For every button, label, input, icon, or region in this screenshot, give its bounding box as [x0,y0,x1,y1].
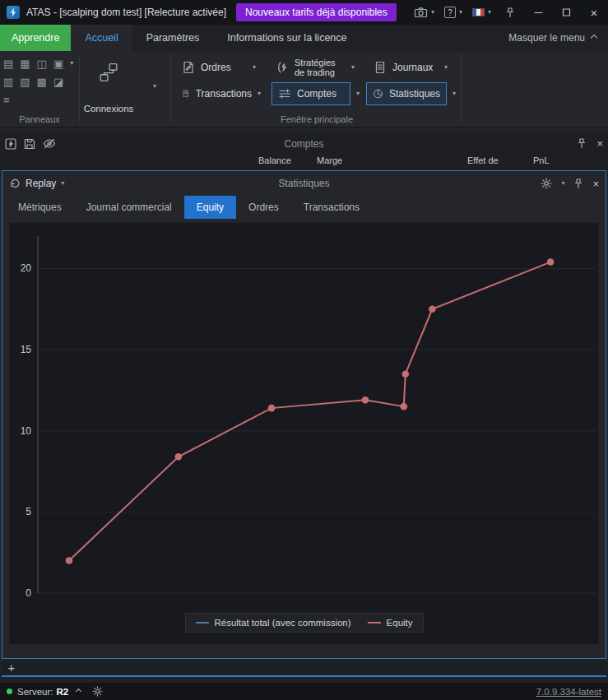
close-icon: × [591,6,598,20]
legend-item-resultat-total[interactable]: Résultat total (avec commission) [195,618,350,628]
help-button[interactable]: ? ▾ [439,0,467,25]
dropdown-arrow-icon: ▾ [153,83,156,90]
gear-icon[interactable] [541,178,552,189]
comptes-dropdown-button[interactable]: ▾ [352,82,364,105]
panel-icon[interactable]: ≡ [3,95,10,105]
legend-line-red [368,622,381,624]
replay-dropdown-button[interactable]: Replay ▾ [9,178,64,189]
ribbon-tab-bar: Apprendre Accueil Paramètres Information… [0,25,608,51]
comptes-panel-title: Comptes [0,138,608,150]
eye-off-icon[interactable] [43,138,56,149]
pin-window-button[interactable] [496,0,524,25]
statistiques-button[interactable]: Statistiques [366,82,447,105]
tab-accueil[interactable]: Accueil [71,25,132,51]
tab-equity[interactable]: Equity [184,196,236,219]
strategies-label-line2: de trading [295,67,336,78]
group-label-panneaux: Panneaux [0,114,79,124]
panel-icon[interactable]: ▩ [37,76,47,87]
dropdown-arrow-icon: ▾ [444,64,448,71]
panel-icon[interactable]: ▧ [20,76,30,87]
ordres-button[interactable]: Ordres ▾ [175,56,262,79]
svg-text:10: 10 [21,425,32,437]
close-icon[interactable]: × [592,178,599,190]
transactions-button[interactable]: Transactions ▾ [175,82,267,105]
panel-icon[interactable]: ◪ [53,76,63,87]
dropdown-arrow-icon: ▾ [453,90,456,97]
pin-icon[interactable] [577,138,587,149]
status-bar: Serveur: R2 7.0.9.334-latest [0,683,608,700]
server-name[interactable]: R2 [56,687,68,697]
separator [461,55,462,123]
save-icon[interactable] [24,138,35,150]
column-header-marge[interactable]: Marge [317,155,342,165]
add-tab-button[interactable]: + [2,659,21,676]
dropdown-arrow-icon: ▾ [488,9,491,16]
minimize-icon [534,7,543,17]
dropdown-arrow-icon: ▾ [459,9,462,16]
tab-ordres[interactable]: Ordres [236,196,291,219]
statistiques-tabs: Métriques Journal commercial Equity Ordr… [2,196,606,219]
accounts-icon [278,87,291,100]
server-chevron-icon[interactable] [76,688,81,694]
pin-icon[interactable] [573,178,583,189]
panel-icon[interactable]: ◫ [37,58,47,69]
hide-menu-button[interactable]: Masquer le menu [508,25,596,51]
legend-label-equity: Equity [387,618,413,628]
status-settings-button[interactable] [92,686,103,697]
maximize-button[interactable] [552,0,580,25]
journaux-button[interactable]: Journaux ▾ [367,56,454,79]
connexions-button[interactable]: Connexions [82,56,135,117]
panel-icon[interactable]: ▣ [53,58,63,69]
tab-metriques[interactable]: Métriques [6,196,74,219]
comptes-panel-header[interactable]: Comptes × [0,134,608,153]
language-button[interactable]: ▾ [467,0,496,25]
close-icon[interactable]: × [596,137,603,150]
maximize-icon [562,7,571,17]
connexions-dropdown-button[interactable]: ▾ [146,56,163,117]
statistiques-label: Statistiques [389,88,440,100]
flash-panel-icon[interactable] [5,138,16,150]
column-header-balance[interactable]: Balance [258,155,291,165]
tab-licence[interactable]: Informations sur la licence [213,25,360,51]
promo-badge-button[interactable]: Nouveaux tarifs déjà disponibles [236,3,397,21]
tab-parametres[interactable]: Paramètres [132,25,214,51]
dropdown-arrow-icon: ▾ [258,90,261,97]
panel-icon[interactable]: ▦ [20,58,30,69]
strategies-label-line1: Stratégies [295,58,336,68]
comptes-label: Comptes [297,88,336,100]
connexions-label: Connexions [84,104,134,114]
panel-icon[interactable]: ▥ [3,76,13,87]
dropdown-arrow-icon: ▾ [356,90,360,97]
dropdown-arrow-icon[interactable]: ▾ [561,180,564,187]
window-titlebar[interactable]: ATAS - [scalping dom test] [Relecture ac… [0,0,608,25]
replay-icon [9,178,21,189]
comptes-button[interactable]: Comptes [272,82,350,105]
close-button[interactable]: × [580,0,608,25]
connection-status-dot [7,688,12,694]
panel-icon[interactable]: ▤ [3,58,13,69]
hide-menu-label: Masquer le menu [508,32,585,44]
screenshot-button[interactable]: ▾ [409,0,439,25]
ordres-label: Ordres [201,62,231,73]
statistiques-window: Replay ▾ Statistiques ▾ × Métriques Jour… [2,170,606,659]
strategies-button[interactable]: Stratégies de trading ▾ [269,56,361,79]
tab-transactions[interactable]: Transactions [291,196,372,219]
panneaux-icon-grid: ▤ ▦ ◫ ▣ ▾ ▥ ▧ ▩ ◪ ≡ [3,54,73,109]
french-flag-icon [472,8,485,16]
minimize-button[interactable] [524,0,552,25]
statistiques-title: Statistiques [2,178,606,189]
version-link[interactable]: 7.0.9.334-latest [536,687,601,697]
svg-text:5: 5 [26,506,31,517]
statistiques-dropdown-button[interactable]: ▾ [448,82,460,105]
statistiques-titlebar[interactable]: Replay ▾ Statistiques ▾ × [2,171,606,196]
legend-item-equity[interactable]: Equity [368,618,413,628]
dropdown-arrow-icon: ▾ [61,180,64,187]
dropdown-arrow-icon[interactable]: ▾ [70,60,73,67]
equity-chart-panel: 05101520 Résultat total (avec commission… [9,222,599,645]
tab-apprendre[interactable]: Apprendre [0,25,71,51]
svg-text:0: 0 [26,587,31,599]
tab-journal-commercial[interactable]: Journal commercial [74,196,184,219]
column-header-effet-de[interactable]: Effet de [467,155,499,165]
svg-text:20: 20 [21,262,32,274]
column-header-pnl[interactable]: PnL [533,155,550,165]
